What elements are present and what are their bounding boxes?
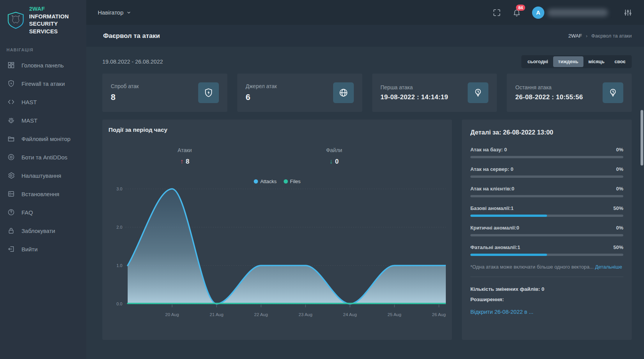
x-axis-ticks xyxy=(172,305,439,307)
sidebar-item-logout[interactable]: Вийти xyxy=(0,240,86,258)
stat-value: 6 xyxy=(246,92,277,102)
metric-label: Фатальні аномалії:1 xyxy=(470,244,520,250)
sidebar-item-mast[interactable]: MAST xyxy=(0,111,86,130)
bug-icon xyxy=(7,116,15,125)
x-axis-labels: 20 Aug21 Aug22 Aug23 Aug24 Aug25 Aug26 A… xyxy=(165,312,446,317)
stat-value: 8 xyxy=(111,92,139,102)
summary-label: Файли xyxy=(326,147,342,153)
notification-badge: 84 xyxy=(516,5,525,11)
brand-line2: SECURITY SERVICES xyxy=(29,21,58,34)
lock-icon xyxy=(7,226,15,235)
chart-legend: Attacks Files xyxy=(108,179,446,184)
folder-icon xyxy=(7,134,15,143)
stat-card-attack-sources: Джерел атак 6 xyxy=(237,74,362,112)
sidebar-item-install[interactable]: Встановлення xyxy=(0,185,86,203)
sidebar-item-lock[interactable]: Заблокувати xyxy=(0,221,86,240)
open-date-link[interactable]: Відкрити 26-08-2022 в ... xyxy=(470,309,534,315)
stat-value: 19-08-2022 : 14:14:19 xyxy=(381,93,448,101)
scrollbar-thumb[interactable] xyxy=(641,110,643,166)
brand-logo[interactable]: 2WAF INFORMATION SECURITY SERVICES xyxy=(0,4,86,42)
chevron-down-icon xyxy=(127,10,131,15)
note-more-link[interactable]: Детальніше xyxy=(595,264,622,270)
sidebar-item-firewall[interactable]: Firewall та атаки xyxy=(0,74,86,93)
sidebar-item-label: Вийти xyxy=(21,246,38,252)
arrow-up-icon: ↑ xyxy=(180,158,184,165)
svg-text:3.0: 3.0 xyxy=(117,187,122,191)
metric-server-attacks: Атак на сервер: 00% xyxy=(470,166,623,178)
metric-percent: 0% xyxy=(616,147,623,152)
files-dot-icon xyxy=(284,179,288,184)
sidebar-item-label: FAQ xyxy=(21,209,33,216)
progress-track xyxy=(470,254,623,256)
topbar: Навігатор 84 A xyxy=(86,0,644,25)
brand-name: 2WAF INFORMATION SECURITY SERVICES xyxy=(29,5,81,35)
sidebar-item-label: Боти та AntiDDos xyxy=(21,154,67,161)
toolbar-row: 19.08.2022 - 26.08.2022 сьогодні тиждень… xyxy=(102,53,632,70)
legend-files[interactable]: Files xyxy=(284,179,301,184)
shield-bolt-icon xyxy=(198,82,219,103)
stat-label: Перша атака xyxy=(381,84,448,90)
code-icon xyxy=(7,98,15,106)
eye-icon xyxy=(7,153,15,161)
dashboard-icon xyxy=(7,61,15,69)
sidebar-item-hast[interactable]: HAST xyxy=(0,93,86,111)
summary-attacks: Атаки ↑8 xyxy=(177,147,192,166)
filter-month-button[interactable]: місяць xyxy=(583,56,610,67)
wolf-shield-icon xyxy=(6,9,25,31)
metric-fatal-anomalies: Фатальні аномалії:150% xyxy=(470,244,623,256)
progress-fill xyxy=(470,215,547,217)
svg-text:26 Aug: 26 Aug xyxy=(432,312,446,317)
clock-pin-icon xyxy=(603,82,623,103)
navigator-dropdown[interactable]: Навігатор xyxy=(98,9,131,16)
metric-label: Атак на клієнтів:0 xyxy=(470,186,514,192)
svg-text:23 Aug: 23 Aug xyxy=(299,312,312,317)
main-column: Навігатор 84 A Фа xyxy=(86,0,644,359)
details-panel: Деталі за: 26-08-2022 13:00 Атак на базу… xyxy=(462,120,632,340)
stat-label: Остання атака xyxy=(515,84,583,90)
brand-accent: 2WAF xyxy=(29,6,45,12)
note-text: *Одна атака може включати більше одного … xyxy=(470,264,594,270)
files-changed-label: Кількість змінених файлів: 0 xyxy=(470,286,623,292)
topbar-right: 84 A xyxy=(492,7,632,19)
stat-card-first-attack: Перша атака 19-08-2022 : 14:14:19 xyxy=(372,74,497,112)
y-axis-labels: 0.01.02.03.0 xyxy=(117,187,122,306)
filter-custom-button[interactable]: своє xyxy=(610,56,631,67)
sidebar-item-label: Заблокувати xyxy=(21,228,55,234)
chart-title: Події за період часу xyxy=(108,126,446,133)
navigator-label: Навігатор xyxy=(98,9,123,16)
fullscreen-icon xyxy=(493,8,501,17)
arrow-down-icon: ↓ xyxy=(330,158,333,165)
progress-track xyxy=(470,234,623,236)
sidebar-item-label: Встановлення xyxy=(21,191,59,197)
filter-week-button[interactable]: тиждень xyxy=(553,56,583,67)
sidebar-item-label: HAST xyxy=(21,99,37,105)
svg-text:21 Aug: 21 Aug xyxy=(210,312,223,317)
sidebar-item-label: Налаштування xyxy=(21,172,61,179)
user-menu[interactable]: A xyxy=(532,7,608,19)
legend-attacks[interactable]: Attacks xyxy=(254,179,277,184)
sidebar-item-faq[interactable]: FAQ xyxy=(0,203,86,221)
sidebar-item-file-monitor[interactable]: Файловий монітор xyxy=(0,130,86,148)
metric-basic-anomalies: Базові аномалії:150% xyxy=(470,205,623,217)
stat-value: 26-08-2022 : 10:55:56 xyxy=(515,93,583,101)
sidebar-item-dashboard[interactable]: Головна панель xyxy=(0,56,86,74)
filter-today-button[interactable]: сьогодні xyxy=(522,56,553,67)
fullscreen-button[interactable] xyxy=(492,8,501,17)
sidebar-item-settings[interactable]: Налаштування xyxy=(0,166,86,185)
metric-label: Критичні аномалії:0 xyxy=(470,225,519,231)
area-chart[interactable]: 0.01.02.03.0 20 Aug21 Aug22 Aug23 Aug24 … xyxy=(108,186,446,321)
progress-fill xyxy=(470,254,547,256)
notifications-button[interactable]: 84 xyxy=(512,8,521,17)
install-icon xyxy=(7,190,15,198)
progress-track xyxy=(470,156,623,158)
question-icon xyxy=(7,208,15,216)
svg-text:1.0: 1.0 xyxy=(117,263,122,268)
breadcrumb-root[interactable]: 2WAF xyxy=(568,33,582,39)
preferences-button[interactable] xyxy=(623,8,632,17)
sidebar-item-bots-antiddos[interactable]: Боти та AntiDDos xyxy=(0,148,86,166)
breadcrumb-separator-icon: › xyxy=(586,33,587,39)
summary-label: Атаки xyxy=(177,147,192,153)
metric-label: Атак на базу: 0 xyxy=(470,147,507,152)
attacks-area xyxy=(128,189,446,304)
breadcrumb-current: Фаєрвол та атаки xyxy=(591,33,632,39)
